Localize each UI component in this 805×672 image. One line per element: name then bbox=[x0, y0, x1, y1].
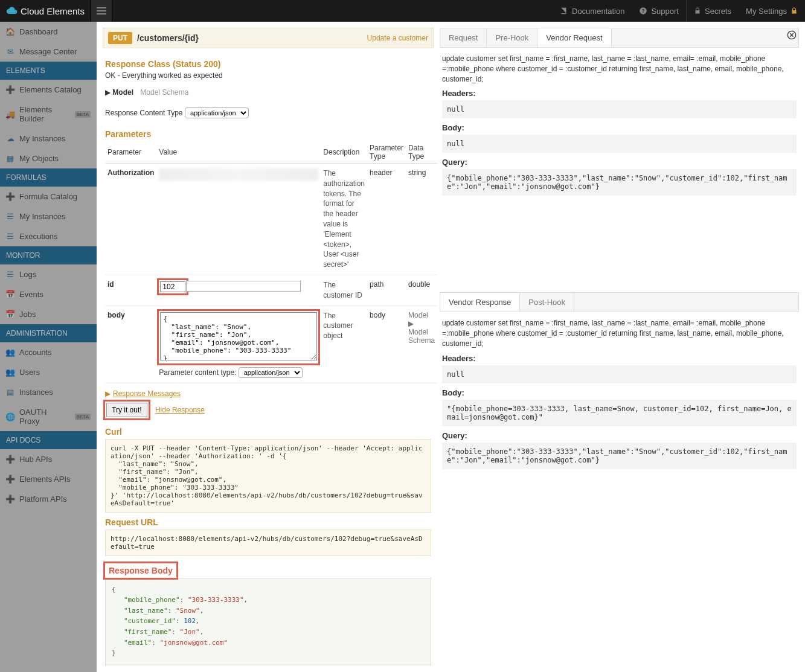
nav-support[interactable]: ? Support bbox=[632, 0, 686, 22]
vendor-response-query: {"mobile_phone":"303-333-3333","last_nam… bbox=[442, 443, 797, 469]
plus-circle-icon: ➕ bbox=[6, 86, 14, 94]
sidebar-item-my-objects[interactable]: ▦My Objects bbox=[0, 149, 97, 168]
brand-text: Cloud Elements bbox=[21, 6, 85, 16]
content-type-select[interactable]: application/json bbox=[185, 107, 249, 118]
sidebar-item-logs[interactable]: ☰Logs bbox=[0, 264, 97, 284]
sidebar-item-oauth-proxy[interactable]: 🌐OAUTH Proxy BETA bbox=[0, 402, 97, 431]
sidebar-item-formula-instances[interactable]: ☰My Instances bbox=[0, 206, 97, 226]
plus-circle-icon: ➕ bbox=[6, 193, 14, 201]
sidebar-item-formula-catalog[interactable]: ➕Formula Catalog bbox=[0, 187, 97, 206]
body-textarea[interactable]: { "last_name": "Snow", "first_name": "Jo… bbox=[160, 312, 317, 360]
vendor-request-sql: update customer set first_name = :first_… bbox=[442, 54, 797, 84]
globe-icon: 🌐 bbox=[6, 412, 14, 421]
close-icon[interactable] bbox=[787, 30, 797, 40]
sidebar-item-platform-apis[interactable]: ➕Platform APIs bbox=[0, 489, 97, 509]
sidebar: 🏠Dashboard ✉Message Center ELEMENTS ➕Ele… bbox=[0, 22, 97, 672]
book-icon bbox=[560, 7, 568, 15]
operation-header[interactable]: PUT /customers/{id} Update a customer bbox=[103, 28, 434, 48]
response-messages-toggle[interactable]: ▶ Response Messages bbox=[105, 389, 181, 398]
brand-logo[interactable]: Cloud Elements bbox=[0, 5, 91, 17]
sidebar-item-elements-builder[interactable]: 🚚Elements Builder BETA bbox=[0, 100, 97, 129]
operation-summary: Update a customer bbox=[367, 34, 428, 42]
id-input[interactable] bbox=[160, 281, 185, 292]
vendor-response-body: "{mobile_phone=303-333-3333, last_name=S… bbox=[442, 400, 797, 426]
param-content-type-select[interactable]: application/json bbox=[239, 367, 303, 378]
calendar-icon: 📅 bbox=[6, 290, 14, 299]
tab-vendor-request[interactable]: Vendor Request bbox=[537, 28, 611, 47]
sidebar-header-administration: ADMINISTRATION bbox=[0, 324, 97, 342]
endpoint-path: /customers/{id} bbox=[137, 33, 199, 43]
users-icon: 👥 bbox=[6, 348, 14, 357]
sidebar-item-my-instances[interactable]: ☁My Instances bbox=[0, 129, 97, 149]
sidebar-item-elements-apis[interactable]: ➕Elements APIs bbox=[0, 469, 97, 489]
tab-post-hook[interactable]: Post-Hook bbox=[520, 293, 574, 312]
vendor-request-query: {"mobile_phone":"303-333-3333","last_nam… bbox=[442, 169, 797, 196]
sidebar-item-executions[interactable]: ☰Executions bbox=[0, 226, 97, 246]
cloud-icon: ☁ bbox=[6, 135, 14, 143]
tab-request[interactable]: Request bbox=[440, 28, 487, 47]
debug-panel: Request Pre-Hook Vendor Request update c… bbox=[440, 28, 799, 671]
home-icon: 🏠 bbox=[6, 28, 14, 36]
truck-icon: 🚚 bbox=[6, 110, 14, 118]
model-schema-tab[interactable]: Model Schema bbox=[135, 88, 193, 97]
help-icon: ? bbox=[639, 7, 647, 15]
query-label: Query: bbox=[442, 158, 797, 167]
hide-response-link[interactable]: Hide Response bbox=[155, 406, 205, 414]
lock-icon bbox=[791, 7, 798, 14]
param-row-id: id The customer ID path double bbox=[105, 275, 437, 306]
sidebar-item-message-center[interactable]: ✉Message Center bbox=[0, 42, 97, 62]
try-it-out-button[interactable]: Try it out! bbox=[106, 403, 147, 417]
sidebar-item-instances[interactable]: ▤Instances bbox=[0, 382, 97, 402]
content-type-label: Response Content Type bbox=[105, 109, 183, 117]
calendar-icon: 📅 bbox=[6, 310, 14, 319]
headers-label: Headers: bbox=[442, 89, 797, 98]
tab-vendor-response[interactable]: Vendor Response bbox=[440, 293, 520, 312]
redacted-value bbox=[159, 168, 318, 181]
tab-pre-hook[interactable]: Pre-Hook bbox=[487, 28, 537, 47]
vendor-response-sql: update customer set first_name = :first_… bbox=[442, 318, 797, 348]
request-url-heading: Request URL bbox=[105, 517, 431, 527]
sidebar-item-elements-catalog[interactable]: ➕Elements Catalog bbox=[0, 80, 97, 100]
topbar: Cloud Elements Documentation ? Support S… bbox=[0, 0, 805, 22]
debug-tabs-bottom: Vendor Response Post-Hook bbox=[440, 292, 799, 312]
sidebar-item-accounts[interactable]: 👥Accounts bbox=[0, 342, 97, 362]
request-url-output: http://localhost:8080/elements/api-v2/hu… bbox=[105, 530, 431, 556]
menu-toggle[interactable] bbox=[91, 0, 112, 22]
response-class-text: OK - Everything worked as expected bbox=[105, 71, 431, 80]
plus-circle-icon: ➕ bbox=[6, 475, 14, 484]
vendor-request-body: null bbox=[442, 135, 797, 153]
sidebar-item-users[interactable]: 👥Users bbox=[0, 362, 97, 382]
body-label: Body: bbox=[442, 123, 797, 132]
debug-tabs-top: Request Pre-Hook Vendor Request bbox=[440, 28, 799, 48]
sidebar-item-dashboard[interactable]: 🏠Dashboard bbox=[0, 22, 97, 42]
response-class-heading: Response Class (Status 200) bbox=[105, 59, 431, 69]
model-tab[interactable]: Model bbox=[112, 88, 133, 97]
lock-icon bbox=[694, 7, 701, 14]
list-icon: ☰ bbox=[6, 270, 14, 279]
param-row-body: body { "last_name": "Snow", "first_name"… bbox=[105, 306, 437, 383]
sidebar-header-elements: ELEMENTS bbox=[0, 62, 97, 80]
users-icon: 👥 bbox=[6, 368, 14, 377]
list-icon: ☰ bbox=[6, 232, 14, 241]
response-body-output: { "mobile_phone": "303-333-3333", "last_… bbox=[105, 578, 431, 665]
list-icon: ☰ bbox=[6, 213, 14, 221]
http-method-badge: PUT bbox=[108, 32, 132, 44]
nav-documentation[interactable]: Documentation bbox=[553, 0, 632, 22]
sidebar-item-jobs[interactable]: 📅Jobs bbox=[0, 304, 97, 324]
plus-circle-icon: ➕ bbox=[6, 455, 14, 464]
sidebar-item-events[interactable]: 📅Events bbox=[0, 284, 97, 304]
mail-icon: ✉ bbox=[6, 48, 14, 56]
response-body-heading: Response Body bbox=[106, 565, 175, 577]
bars-icon: ▤ bbox=[6, 388, 14, 397]
grid-icon: ▦ bbox=[6, 155, 14, 163]
nav-my-settings[interactable]: My Settings bbox=[739, 0, 805, 22]
id-input-ext[interactable] bbox=[186, 281, 301, 292]
nav-secrets[interactable]: Secrets bbox=[687, 0, 739, 22]
curl-output: curl -X PUT --header 'Content-Type: appl… bbox=[105, 439, 431, 513]
sidebar-item-hub-apis[interactable]: ➕Hub APIs bbox=[0, 449, 97, 469]
sidebar-header-api-docs: API DOCS bbox=[0, 431, 97, 449]
param-content-type-label: Parameter content type: bbox=[159, 368, 236, 377]
caret-icon: ▶ bbox=[105, 88, 111, 97]
sidebar-header-monitor: MONITOR bbox=[0, 246, 97, 264]
api-panel: PUT /customers/{id} Update a customer Re… bbox=[103, 28, 434, 671]
